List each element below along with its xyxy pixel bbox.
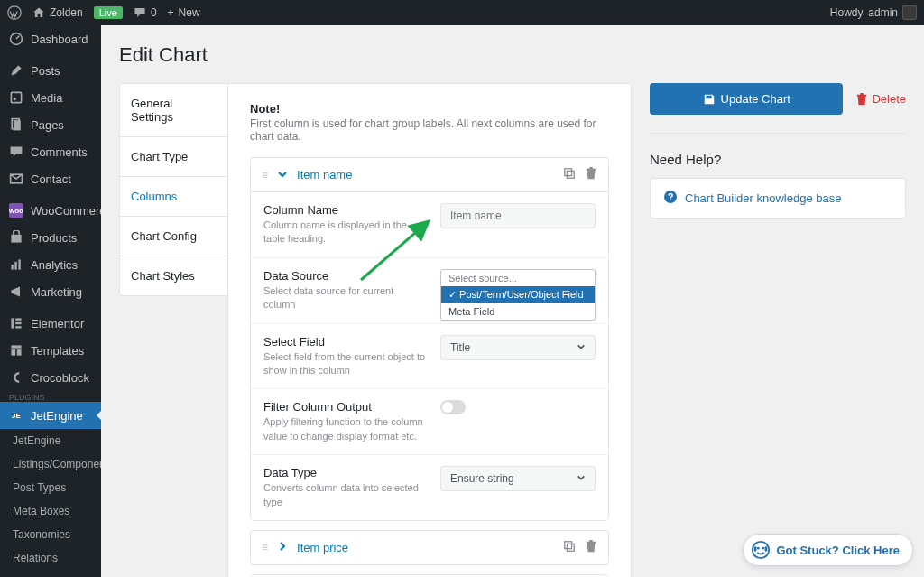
sidebar-item-jetengine[interactable]: JEJetEngine: [0, 402, 101, 429]
new-link[interactable]: +New: [168, 6, 200, 19]
note-title: Note!: [250, 102, 609, 116]
sidebar-item-analytics[interactable]: Analytics: [0, 251, 101, 278]
data-source-placeholder: Select source...: [441, 270, 595, 286]
sidebar-item-crocoblock[interactable]: Crocoblock: [0, 364, 101, 391]
column-item-name: ≡ Item name Column NameColumn name is di…: [250, 157, 609, 521]
columns-panel: Note! First column is used for chart gro…: [227, 83, 632, 577]
chevron-down-icon: [577, 472, 586, 485]
svg-rect-2: [11, 92, 21, 102]
svg-text:?: ?: [668, 191, 674, 202]
svg-rect-21: [565, 542, 572, 549]
svg-rect-8: [11, 265, 13, 270]
svg-rect-5: [14, 120, 21, 130]
avatar: [902, 5, 917, 20]
knowledge-base-link[interactable]: ?Chart Builder knowledge base: [650, 178, 906, 219]
site-home-link[interactable]: Zolden: [32, 6, 83, 19]
tab-columns[interactable]: Columns: [120, 177, 227, 217]
live-badge: Live: [94, 6, 123, 19]
sidebar-item-marketing[interactable]: Marketing: [0, 278, 101, 305]
tab-chart-styles[interactable]: Chart Styles: [120, 256, 227, 295]
sidebar-sub-taxonomies[interactable]: Taxonomies: [0, 523, 101, 546]
sidebar-item-comments[interactable]: Comments: [0, 138, 101, 165]
data-type-select[interactable]: Ensure string: [440, 466, 596, 491]
question-icon: ?: [663, 190, 678, 207]
svg-rect-20: [567, 544, 574, 551]
sidebar-item-posts[interactable]: Posts: [0, 57, 101, 84]
copy-icon[interactable]: [563, 167, 576, 182]
delete-link[interactable]: Delete: [855, 92, 906, 106]
trash-icon[interactable]: [585, 540, 597, 555]
tab-chart-config[interactable]: Chart Config: [120, 217, 227, 256]
admin-sidebar: Dashboard Posts Media Pages Comments Con…: [0, 25, 101, 577]
sidebar-item-media[interactable]: Media: [0, 84, 101, 111]
chevron-down-icon: [577, 341, 586, 354]
select-field-label: Select Field: [263, 335, 426, 349]
column-name-label: Column Name: [263, 203, 426, 217]
sidebar-item-dashboard[interactable]: Dashboard: [0, 25, 101, 52]
wp-logo[interactable]: [7, 5, 22, 20]
svg-rect-10: [18, 259, 20, 269]
sidebar-sub-metaboxes[interactable]: Meta Boxes: [0, 499, 101, 523]
support-icon: [751, 540, 771, 560]
svg-rect-16: [11, 349, 15, 355]
site-name: Zolden: [50, 6, 83, 19]
column-header[interactable]: ≡ Item name: [251, 158, 608, 191]
data-source-label: Data Source: [263, 269, 426, 283]
sidebar-item-elementor[interactable]: Elementor: [0, 310, 101, 337]
drag-handle-icon[interactable]: ≡: [262, 169, 268, 181]
svg-rect-19: [565, 169, 572, 176]
column-header[interactable]: ≡ Item price: [251, 531, 608, 564]
drag-handle-icon[interactable]: ≡: [262, 541, 268, 554]
tab-chart-type[interactable]: Chart Type: [120, 137, 227, 177]
svg-rect-18: [567, 171, 574, 178]
svg-point-3: [14, 98, 16, 100]
svg-rect-31: [765, 546, 768, 552]
sidebar-item-templates[interactable]: Templates: [0, 337, 101, 364]
select-field-select[interactable]: Title: [440, 335, 596, 360]
sidebar-heading-plugins: PLUGINS: [0, 391, 101, 402]
howdy-link[interactable]: Howdy, admin: [830, 5, 917, 20]
comments-link[interactable]: 0: [134, 6, 157, 19]
sidebar-sub-options[interactable]: Options Pages: [0, 570, 101, 577]
sidebar-item-contact[interactable]: Contact: [0, 165, 101, 192]
column-name-input[interactable]: [440, 203, 596, 228]
sidebar-item-products[interactable]: Products: [0, 224, 101, 251]
settings-tabs: General Settings Chart Type Columns Char…: [119, 83, 227, 296]
update-chart-button[interactable]: Update Chart: [650, 83, 843, 115]
data-type-label: Data Type: [263, 466, 426, 479]
column-item-price: ≡ Item price: [250, 530, 609, 565]
svg-rect-15: [11, 345, 21, 348]
sidebar-sub-jetengine[interactable]: JetEngine: [0, 429, 101, 452]
data-source-option-meta-field[interactable]: Meta Field: [441, 303, 595, 320]
trash-icon[interactable]: [585, 167, 597, 182]
svg-rect-11: [11, 318, 14, 328]
svg-rect-7: [11, 235, 21, 243]
filter-output-toggle[interactable]: [440, 400, 466, 414]
svg-rect-12: [15, 318, 21, 320]
svg-point-28: [757, 547, 760, 550]
help-title: Need Help?: [650, 152, 906, 167]
got-stuck-button[interactable]: Got Stuck? Click Here: [743, 534, 913, 566]
column-title: Item price: [297, 541, 554, 554]
chevron-down-icon: [277, 168, 288, 182]
data-source-option-object-field[interactable]: Post/Term/User/Object Field: [441, 286, 595, 303]
svg-point-0: [8, 6, 21, 19]
sidebar-item-woocommerce[interactable]: wooWooCommerce: [0, 197, 101, 224]
sidebar-item-pages[interactable]: Pages: [0, 111, 101, 138]
sidebar-sub-listings[interactable]: Listings/Components: [0, 452, 101, 476]
svg-rect-9: [14, 262, 16, 270]
page-title: Edit Chart: [119, 33, 906, 83]
note-text: First column is used for chart group lab…: [250, 117, 609, 143]
data-source-dropdown[interactable]: Select source... Post/Term/User/Object F…: [440, 269, 596, 321]
svg-rect-30: [754, 546, 757, 552]
sidebar-sub-relations[interactable]: Relations: [0, 546, 101, 570]
svg-point-29: [762, 547, 765, 550]
svg-rect-14: [15, 326, 21, 328]
tab-general[interactable]: General Settings: [120, 84, 227, 137]
admin-bar: Zolden Live 0 +New Howdy, admin: [0, 0, 924, 25]
svg-rect-17: [17, 349, 22, 355]
column-title: Item name: [297, 168, 554, 181]
filter-output-label: Filter Column Output: [263, 400, 426, 414]
sidebar-sub-posttypes[interactable]: Post Types: [0, 476, 101, 499]
copy-icon[interactable]: [563, 540, 576, 555]
